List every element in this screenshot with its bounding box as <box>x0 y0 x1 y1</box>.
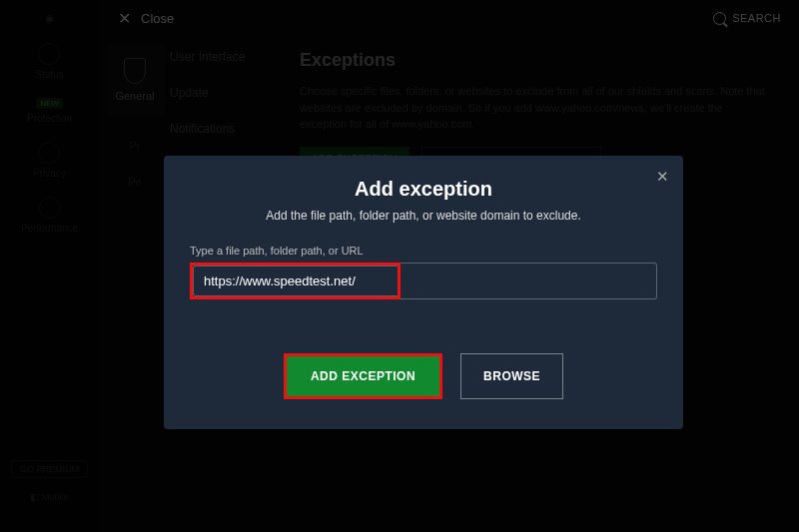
add-exception-button[interactable]: ADD EXCEPTION <box>287 356 439 396</box>
modal-title: Add exception <box>190 178 657 201</box>
add-exception-modal: ✕ Add exception Add the file path, folde… <box>164 156 683 429</box>
input-highlight <box>190 263 400 299</box>
primary-highlight: ADD EXCEPTION <box>284 353 442 399</box>
input-extension[interactable] <box>400 263 657 299</box>
input-label: Type a file path, folder path, or URL <box>190 245 657 257</box>
browse-button[interactable]: BROWSE <box>460 353 563 399</box>
modal-subtitle: Add the file path, folder path, or websi… <box>190 209 657 223</box>
modal-close-button[interactable]: ✕ <box>656 168 669 186</box>
exception-path-input[interactable] <box>193 266 398 296</box>
